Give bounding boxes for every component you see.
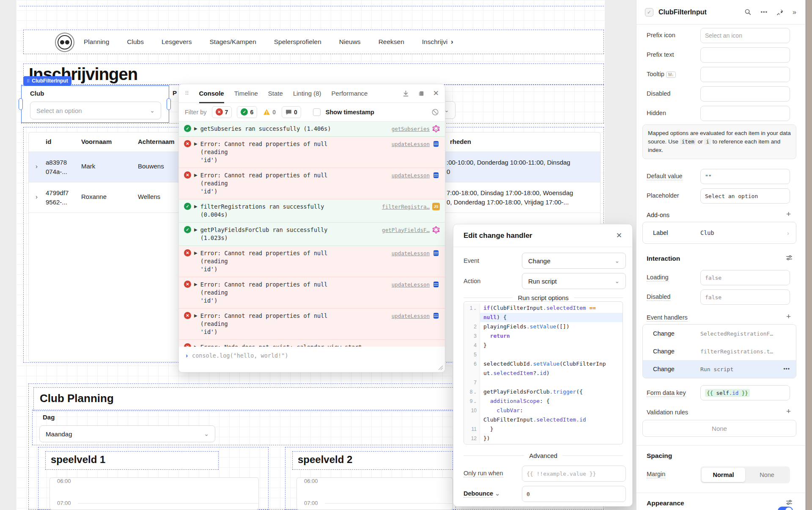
tab-state[interactable]: State — [268, 84, 283, 103]
copy-icon[interactable] — [418, 90, 425, 97]
expand-arrow-icon[interactable]: ▶ — [194, 227, 198, 232]
fold-icon[interactable]: ⌄ — [473, 400, 477, 404]
scrollbar-strip[interactable] — [806, 0, 812, 510]
disabled-interaction-input[interactable]: false — [700, 289, 790, 305]
close-icon[interactable]: ✕ — [616, 231, 622, 240]
message-count-filter[interactable]: 0 — [282, 106, 301, 118]
query-link[interactable]: updateLesson — [392, 141, 430, 147]
margin-option-none[interactable]: None — [745, 468, 789, 482]
more-options-icon[interactable]: ••• — [760, 9, 768, 15]
download-icon[interactable] — [402, 90, 409, 97]
add-addon-button[interactable]: + — [786, 210, 791, 219]
query-link[interactable]: getSubseries — [392, 126, 430, 132]
interaction-settings-icon[interactable] — [785, 254, 793, 262]
fold-icon[interactable]: ⌄ — [473, 306, 477, 311]
debounce-label[interactable]: Debounce ⌄ — [464, 490, 500, 497]
code-line[interactable]: ClubFilterInput.selectedItem.id — [464, 415, 623, 425]
action-select[interactable]: Run script⌄ — [522, 273, 626, 289]
code-line[interactable]: 2playingFields.setValue([]) — [464, 322, 623, 331]
tooltip-input[interactable] — [700, 67, 790, 82]
nav-item[interactable]: Inschrijvi — [422, 38, 447, 46]
nav-item[interactable]: Planning — [84, 38, 109, 46]
code-line[interactable]: null) { — [464, 313, 623, 322]
hidden-input[interactable] — [700, 106, 790, 121]
tab-performance[interactable]: Performance — [332, 84, 368, 103]
column-header-partial[interactable]: rheden — [450, 138, 471, 145]
expand-arrow-icon[interactable]: ▶ — [194, 126, 198, 131]
only-run-when-input[interactable]: {{ !!example.value }} — [522, 466, 626, 482]
column-header-voornaam[interactable]: Voornaam — [81, 138, 112, 145]
expand-arrow-icon[interactable]: ▶ — [194, 282, 198, 287]
margin-segmented-control[interactable]: Normal None — [700, 466, 790, 483]
margin-label[interactable]: Margin — [647, 471, 665, 477]
nav-item[interactable]: Nieuws — [339, 38, 361, 46]
form-data-key-input[interactable]: {{ self.id }} — [700, 385, 790, 400]
collapse-panel-icon[interactable]: » — [793, 8, 796, 16]
nav-item[interactable]: Lesgevers — [162, 38, 192, 46]
console-log-entry[interactable]: ✕▶Error: Cannot read properties of null … — [179, 277, 445, 309]
add-validation-rule-button[interactable]: + — [786, 407, 791, 416]
nav-item[interactable]: Spelersprofielen — [274, 38, 321, 46]
row-expander-icon[interactable]: › — [36, 163, 38, 170]
resize-handle-left[interactable] — [19, 98, 23, 110]
console-input-row[interactable]: › console.log("hello, world!") — [179, 347, 445, 364]
expand-arrow-icon[interactable]: ▶ — [194, 173, 198, 177]
code-line[interactable]: 1⌄if(ClubFilterInput.selectedItem == — [464, 303, 623, 313]
loading-label[interactable]: Loading — [647, 274, 669, 281]
query-link[interactable]: getPlayFieldsF… — [382, 227, 430, 233]
console-input[interactable]: console.log("hello, world!") — [192, 352, 288, 359]
expand-arrow-icon[interactable]: ▶ — [194, 141, 198, 146]
prefix-icon-input[interactable]: Select an icon — [700, 28, 790, 43]
expand-arrow-icon[interactable]: ▶ — [194, 204, 198, 209]
success-count-filter[interactable]: ✓6 — [237, 106, 257, 118]
resize-corner-icon[interactable] — [438, 365, 443, 370]
clear-console-icon[interactable] — [431, 108, 439, 116]
add-event-handler-button[interactable]: + — [786, 312, 791, 321]
code-line[interactable]: ut.selectedItem?.id) — [464, 369, 623, 378]
resize-handle-right[interactable] — [167, 98, 171, 110]
tab-timeline[interactable]: Timeline — [234, 84, 258, 103]
default-value-input[interactable]: "" — [700, 169, 790, 184]
close-icon[interactable]: ✕ — [433, 90, 439, 97]
drag-handle-icon[interactable]: ⠿ — [27, 79, 30, 83]
club-filter-component[interactable]: Club Select an option ⌄ — [21, 85, 169, 123]
console-log-entry[interactable]: ✕▶Error: Node does not exist: calendar.v… — [179, 340, 445, 347]
show-timestamp-checkbox[interactable] — [313, 108, 321, 116]
expand-arrow-icon[interactable]: ▶ — [194, 345, 198, 347]
tab-console[interactable]: Console — [199, 84, 224, 103]
code-line[interactable]: 8⌄getPlayFieldsForClub.trigger({ — [464, 387, 623, 397]
tab-linting[interactable]: Linting (8) — [293, 84, 321, 103]
code-line[interactable]: 7 — [464, 378, 623, 387]
disabled-input[interactable] — [700, 86, 790, 102]
nav-overflow-icon[interactable]: › — [451, 38, 453, 46]
column-header-achternaam[interactable]: Achternaam — [138, 138, 175, 145]
disabled-interaction-label[interactable]: Disabled — [647, 293, 670, 300]
query-link[interactable]: filterRegistra… — [382, 204, 430, 210]
margin-option-normal[interactable]: Normal — [702, 468, 745, 482]
console-log-entry[interactable]: ✕▶Error: Cannot read properties of null … — [179, 246, 445, 277]
prefix-text-input[interactable] — [700, 47, 790, 63]
code-line[interactable]: 12}) — [464, 434, 623, 443]
label-addon-card[interactable]: Label Club › — [642, 222, 796, 244]
component-tag[interactable]: ⠿ ClubFilterInput — [23, 76, 71, 85]
expand-arrow-icon[interactable]: ▶ — [194, 313, 198, 318]
nav-item[interactable]: Stages/Kampen — [209, 38, 256, 46]
event-handler-row-selected[interactable]: ChangeRun script ••• — [643, 360, 796, 378]
code-line[interactable]: 6selectedClubId.setValue(ClubFilterInp — [464, 359, 623, 369]
error-count-filter[interactable]: ✕7 — [212, 106, 232, 118]
event-select[interactable]: Change⌄ — [522, 253, 626, 269]
club-filter-select[interactable]: Select an option ⌄ — [30, 102, 161, 119]
code-line[interactable]: 3 return — [464, 331, 623, 341]
event-handlers-label[interactable]: Event handlers — [647, 314, 688, 321]
console-log-entry[interactable]: ✓▶getSubseries ran successfully (1.406s)… — [179, 121, 445, 137]
console-log-entry[interactable]: ✓▶getPlayFieldsForClub ran successfully(… — [179, 223, 445, 246]
query-link[interactable]: updateLesson — [392, 172, 430, 179]
query-link[interactable]: updateLesson — [392, 313, 430, 319]
code-line[interactable]: 4} — [464, 341, 623, 350]
code-line[interactable]: 11 } — [464, 425, 623, 434]
expand-arrow-icon[interactable]: ▶ — [194, 251, 198, 255]
console-log-entry[interactable]: ✕▶Error: Cannot read properties of null … — [179, 168, 445, 199]
nav-item[interactable]: Clubs — [127, 38, 144, 46]
event-handler-row[interactable]: ChangefilterRegistrations.t… — [643, 342, 796, 360]
event-handler-row[interactable]: ChangeSelectedRegistrationF… — [643, 325, 796, 342]
